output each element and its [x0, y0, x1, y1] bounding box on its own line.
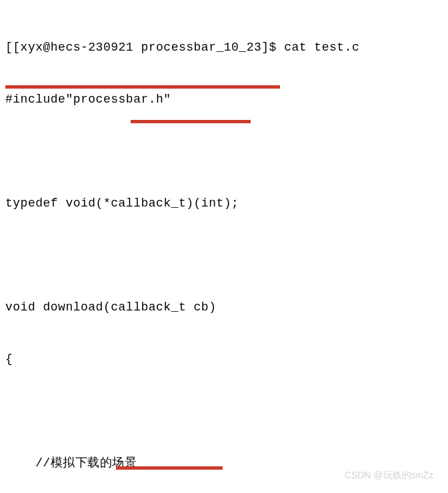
code-line	[5, 402, 448, 420]
code-line: [[xyx@hecs-230921 processbar_10_23]$ cat…	[5, 39, 448, 56]
highlight-underline	[5, 85, 280, 89]
code-block: [[xyx@hecs-230921 processbar_10_23]$ cat…	[5, 4, 448, 493]
code-line: typedef void(*callback_t)(int);	[5, 195, 448, 212]
code-line	[5, 246, 448, 264]
highlight-underline	[131, 120, 251, 123]
code-line: #include"processbar.h"	[5, 91, 448, 108]
code-line: {	[5, 350, 448, 368]
code-line: void download(callback_t cb)	[5, 298, 448, 316]
highlight-underline	[116, 466, 223, 470]
code-line	[5, 143, 448, 160]
code-line: //模拟下载的场景	[5, 454, 448, 472]
